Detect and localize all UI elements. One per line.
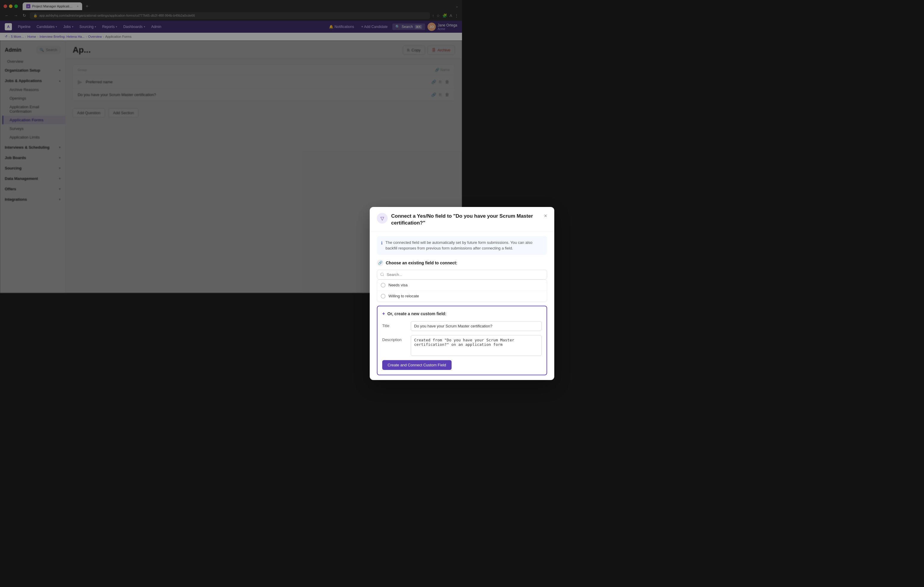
info-text: The connected field will be automaticall… bbox=[386, 240, 462, 251]
modal-overlay: ▽ Connect a Yes/No field to "Do you have… bbox=[0, 0, 462, 294]
modal-body: ℹ The connected field will be automatica… bbox=[370, 231, 462, 294]
info-icon: ℹ bbox=[381, 240, 383, 246]
field-option-willing-to-relocate[interactable]: Willing to relocate bbox=[377, 291, 462, 294]
connect-field-modal: ▽ Connect a Yes/No field to "Do you have… bbox=[370, 207, 462, 294]
section-label: 🔗 Choose an existing field to connect: bbox=[377, 260, 462, 266]
field-option-needs-visa[interactable]: Needs visa bbox=[377, 280, 462, 291]
modal-header: ▽ Connect a Yes/No field to "Do you have… bbox=[370, 207, 462, 231]
info-box: ℹ The connected field will be automatica… bbox=[377, 236, 462, 255]
modal-icon: ▽ bbox=[377, 213, 388, 224]
field-search-input[interactable] bbox=[377, 270, 462, 280]
radio-button[interactable] bbox=[381, 283, 386, 288]
field-option-label: Needs visa bbox=[388, 283, 408, 287]
field-icon: ▽ bbox=[380, 215, 384, 221]
search-wrapper bbox=[377, 270, 462, 280]
link-icon: 🔗 bbox=[377, 260, 383, 266]
modal-title: Connect a Yes/No field to "Do you have y… bbox=[391, 213, 462, 226]
